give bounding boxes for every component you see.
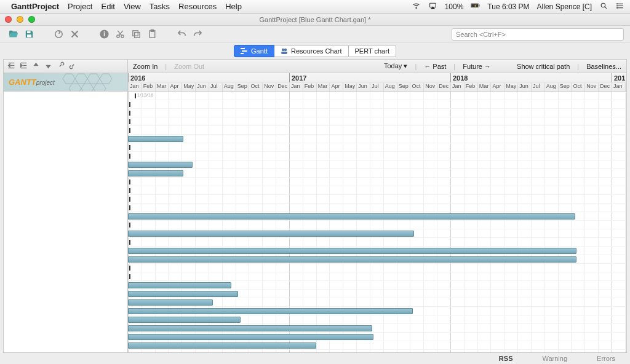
window-minimize-button[interactable] xyxy=(17,16,23,23)
task-row[interactable] xyxy=(128,117,626,126)
critical-path-button[interactable]: Show critical path xyxy=(517,63,570,70)
task-row[interactable] xyxy=(128,178,626,186)
task-bar[interactable] xyxy=(128,231,414,237)
task-bar[interactable] xyxy=(128,317,241,323)
paste-button[interactable] xyxy=(145,28,159,41)
status-warning[interactable]: Warning xyxy=(542,355,567,362)
task-row[interactable] xyxy=(128,169,626,178)
task-marker[interactable] xyxy=(129,102,130,107)
zoom-in-button[interactable]: Zoom In xyxy=(133,63,158,70)
cancel-button[interactable] xyxy=(68,28,81,41)
task-bar[interactable] xyxy=(128,248,576,254)
open-button[interactable] xyxy=(6,28,20,41)
task-bar[interactable] xyxy=(128,308,413,314)
outdent-icon[interactable] xyxy=(7,61,15,71)
menu-resources[interactable]: Resources xyxy=(178,2,217,11)
task-row[interactable] xyxy=(128,204,626,212)
cut-button[interactable] xyxy=(113,28,127,41)
task-marker[interactable] xyxy=(129,154,130,159)
task-marker[interactable] xyxy=(129,119,130,124)
task-row[interactable] xyxy=(128,221,626,229)
copy-button[interactable] xyxy=(129,28,143,41)
future-button[interactable]: Future → xyxy=(463,63,491,70)
task-bar[interactable] xyxy=(128,256,576,263)
menu-view[interactable]: View xyxy=(124,2,141,11)
month-label: Mar xyxy=(477,83,489,91)
task-marker[interactable] xyxy=(129,205,130,210)
info-button[interactable] xyxy=(97,28,111,41)
menu-edit[interactable]: Edit xyxy=(101,2,114,11)
task-marker[interactable] xyxy=(129,240,130,245)
indent-icon[interactable] xyxy=(20,61,28,71)
tab-pert[interactable]: PERT chart xyxy=(348,45,396,57)
task-marker[interactable] xyxy=(129,180,130,184)
status-rss[interactable]: RSS xyxy=(499,355,513,362)
undo-button[interactable] xyxy=(175,28,188,41)
task-bar[interactable] xyxy=(128,282,231,288)
task-row[interactable] xyxy=(128,160,626,169)
menu-project[interactable]: Project xyxy=(68,2,92,11)
year-label: 201 xyxy=(612,73,625,82)
task-bar[interactable] xyxy=(128,213,575,220)
task-row[interactable] xyxy=(128,152,626,160)
task-bar[interactable] xyxy=(128,291,238,297)
notification-center-icon[interactable] xyxy=(616,2,625,12)
task-row[interactable] xyxy=(128,143,626,152)
task-row[interactable] xyxy=(128,272,626,281)
move-down-icon[interactable] xyxy=(44,61,52,71)
task-bar[interactable] xyxy=(128,170,183,176)
past-button[interactable]: ← Past xyxy=(424,63,446,70)
task-row[interactable] xyxy=(128,92,626,100)
task-list-area[interactable] xyxy=(4,92,127,352)
tab-resources[interactable]: Resources Chart xyxy=(274,45,348,57)
task-row[interactable] xyxy=(128,195,626,204)
task-bar[interactable] xyxy=(128,325,372,331)
task-bar[interactable] xyxy=(128,162,193,168)
task-bar[interactable] xyxy=(128,342,316,349)
unlink-icon[interactable] xyxy=(69,61,77,71)
gantt-grid[interactable]: 1/13/16 xyxy=(128,92,626,352)
redo-button[interactable] xyxy=(191,28,204,41)
move-up-icon[interactable] xyxy=(32,61,40,71)
task-bar[interactable] xyxy=(128,136,183,142)
month-label: Jun xyxy=(517,83,528,91)
clock[interactable]: Tue 6:03 PM xyxy=(487,2,529,11)
user-name[interactable]: Allen Spence [C] xyxy=(537,2,592,11)
spotlight-icon[interactable] xyxy=(599,2,608,12)
task-row[interactable] xyxy=(128,238,626,247)
task-bar[interactable] xyxy=(128,334,373,340)
wifi-icon[interactable] xyxy=(412,2,421,12)
task-row[interactable] xyxy=(128,100,626,109)
menu-help[interactable]: Help xyxy=(225,2,242,11)
task-row[interactable] xyxy=(128,264,626,272)
search-input[interactable]: Search <Ctrl+F> xyxy=(452,28,624,41)
refresh-button[interactable] xyxy=(52,28,65,41)
task-row[interactable] xyxy=(128,126,626,135)
task-marker[interactable] xyxy=(129,266,130,271)
task-marker[interactable] xyxy=(129,197,130,202)
save-button[interactable] xyxy=(22,28,36,41)
task-marker[interactable] xyxy=(129,145,130,150)
task-marker[interactable] xyxy=(129,223,130,228)
today-button[interactable]: Today ▾ xyxy=(384,62,407,70)
menu-tasks[interactable]: Tasks xyxy=(150,2,170,11)
window-close-button[interactable] xyxy=(5,16,12,23)
task-marker[interactable] xyxy=(129,274,130,279)
window-zoom-button[interactable] xyxy=(28,16,35,23)
battery-icon[interactable]: ⚡ xyxy=(471,2,480,12)
task-row[interactable] xyxy=(128,109,626,117)
task-marker[interactable] xyxy=(129,128,130,133)
task-marker[interactable] xyxy=(129,111,130,116)
task-marker[interactable] xyxy=(135,93,136,98)
baselines-button[interactable]: Baselines... xyxy=(586,63,621,70)
status-errors[interactable]: Errors xyxy=(597,355,615,362)
task-marker[interactable] xyxy=(129,188,130,193)
link-icon[interactable] xyxy=(57,61,65,71)
task-bar[interactable] xyxy=(128,299,213,306)
task-row[interactable] xyxy=(128,135,626,143)
zoom-out-button[interactable]: Zoom Out xyxy=(174,63,204,70)
task-row[interactable] xyxy=(128,186,626,195)
app-menu[interactable]: GanttProject xyxy=(11,2,59,11)
airplay-icon[interactable] xyxy=(428,2,437,12)
tab-gantt[interactable]: Gantt xyxy=(234,45,274,57)
